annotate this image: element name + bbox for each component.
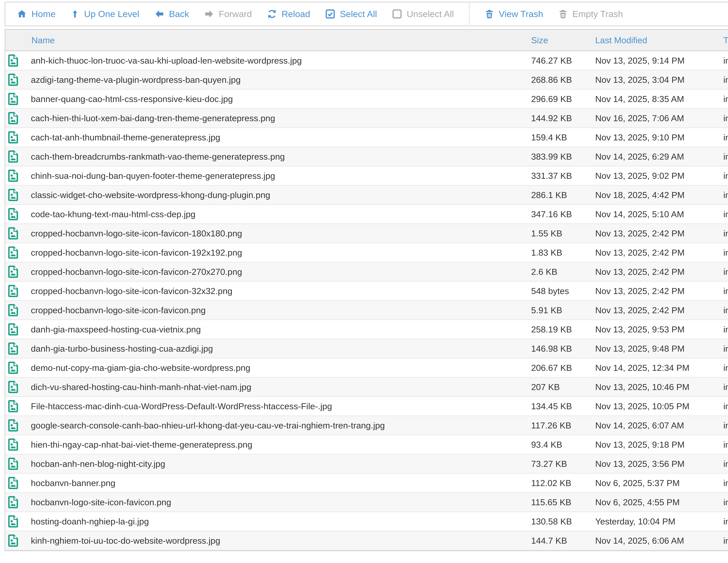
- column-header-type[interactable]: Type: [723, 30, 728, 51]
- file-name[interactable]: google-search-console-canh-bao-nhieu-url…: [31, 420, 385, 430]
- toolbar-label: View Trash: [499, 9, 543, 18]
- table-row[interactable]: danh-gia-turbo-business-hosting-cua-azdi…: [5, 339, 728, 358]
- image-file-icon: [8, 208, 18, 220]
- file-name[interactable]: cropped-hocbanvn-logo-site-icon-favicon.…: [31, 305, 206, 315]
- file-name[interactable]: cropped-hocbanvn-logo-site-icon-favicon-…: [31, 229, 242, 239]
- file-type: image/x-generic: [723, 167, 728, 186]
- file-type: image/x-generic: [723, 282, 728, 301]
- file-last-modified: Nov 13, 2025, 10:46 PM: [595, 378, 723, 397]
- column-header-last-modified[interactable]: Last Modified: [595, 30, 723, 51]
- file-name[interactable]: code-tao-khung-text-mau-html-css-dep.jpg: [31, 209, 195, 219]
- table-row[interactable]: hien-thi-ngay-cap-nhat-bai-viet-theme-ge…: [5, 435, 728, 454]
- file-size: 1.55 KB: [531, 224, 595, 243]
- file-name[interactable]: cach-tat-anh-thumbnail-theme-generatepre…: [31, 132, 220, 143]
- toolbar-label: Unselect All: [407, 9, 454, 18]
- file-type: image/x-generic: [723, 339, 728, 358]
- table-row[interactable]: File-htaccess-mac-dinh-cua-WordPress-Def…: [5, 397, 728, 416]
- table-row[interactable]: cropped-hocbanvn-logo-site-icon-favicon-…: [5, 224, 728, 243]
- file-type: image/x-generic: [723, 435, 728, 454]
- select-all-button[interactable]: Select All: [325, 9, 377, 19]
- file-name[interactable]: azdigi-tang-theme-va-plugin-wordpress-ba…: [31, 75, 241, 85]
- file-type: image/x-generic: [723, 147, 728, 167]
- table-row[interactable]: google-search-console-canh-bao-nhieu-url…: [5, 416, 728, 435]
- table-row[interactable]: danh-gia-maxspeed-hosting-cua-vietnix.pn…: [5, 320, 728, 339]
- file-name[interactable]: dich-vu-shared-hosting-cau-hinh-manh-nha…: [31, 382, 251, 392]
- file-name[interactable]: danh-gia-turbo-business-hosting-cua-azdi…: [31, 343, 213, 354]
- empty-trash-button[interactable]: Empty Trash: [558, 9, 623, 19]
- toolbar-divider: [469, 3, 470, 24]
- arrow-right-icon: [204, 9, 214, 19]
- file-name[interactable]: banner-quang-cao-html-css-responsive-kie…: [31, 94, 233, 104]
- file-name[interactable]: cach-hien-thi-luot-xem-bai-dang-tren-the…: [31, 113, 275, 123]
- table-row[interactable]: dich-vu-shared-hosting-cau-hinh-manh-nha…: [5, 378, 728, 397]
- file-size: 144.92 KB: [531, 109, 595, 128]
- image-file-icon: [8, 74, 18, 86]
- home-button[interactable]: Home: [17, 9, 55, 19]
- table-row[interactable]: cropped-hocbanvn-logo-site-icon-favicon-…: [5, 282, 728, 301]
- file-last-modified: Yesterday, 10:04 PM: [595, 512, 723, 531]
- file-name[interactable]: hien-thi-ngay-cap-nhat-bai-viet-theme-ge…: [31, 440, 252, 450]
- file-name[interactable]: demo-nut-copy-ma-giam-gia-cho-website-wo…: [31, 363, 250, 373]
- file-size: 268.86 KB: [531, 70, 595, 90]
- image-file-icon: [8, 54, 18, 67]
- table-row[interactable]: classic-widget-cho-website-wordpress-kho…: [5, 186, 728, 205]
- table-row[interactable]: chinh-sua-noi-dung-ban-quyen-footer-them…: [5, 167, 728, 186]
- table-row[interactable]: cach-them-breadcrumbs-rankmath-vao-theme…: [5, 147, 728, 167]
- file-last-modified: Nov 14, 2025, 6:06 AM: [595, 531, 723, 550]
- file-name[interactable]: cropped-hocbanvn-logo-site-icon-favicon-…: [31, 267, 242, 277]
- file-name[interactable]: hosting-doanh-nghiep-la-gi.jpg: [31, 516, 149, 526]
- table-row[interactable]: code-tao-khung-text-mau-html-css-dep.jpg…: [5, 205, 728, 224]
- file-size: 115.65 KB: [531, 493, 595, 512]
- image-file-icon: [8, 362, 18, 374]
- file-name[interactable]: anh-kich-thuoc-lon-truoc-va-sau-khi-uplo…: [31, 56, 302, 66]
- table-row[interactable]: hocbanvn-banner.png 112.02 KB Nov 6, 202…: [5, 474, 728, 493]
- toolbar: Home Up One Level Back Forward Reload Se…: [5, 2, 728, 26]
- table-row[interactable]: hosting-doanh-nghiep-la-gi.jpg 130.58 KB…: [5, 512, 728, 531]
- table-row[interactable]: anh-kich-thuoc-lon-truoc-va-sau-khi-uplo…: [5, 51, 728, 70]
- column-header-size[interactable]: Size: [531, 30, 595, 51]
- file-type: image/x-generic: [723, 301, 728, 320]
- file-name[interactable]: cropped-hocbanvn-logo-site-icon-favicon-…: [31, 286, 232, 296]
- file-name[interactable]: File-htaccess-mac-dinh-cua-WordPress-Def…: [31, 401, 332, 411]
- table-row[interactable]: hocbanvn-logo-site-icon-favicon.png 115.…: [5, 493, 728, 512]
- file-name[interactable]: cropped-hocbanvn-logo-site-icon-favicon-…: [31, 248, 242, 258]
- table-row[interactable]: azdigi-tang-theme-va-plugin-wordpress-ba…: [5, 70, 728, 90]
- refresh-icon: [267, 9, 277, 19]
- file-name[interactable]: classic-widget-cho-website-wordpress-kho…: [31, 190, 270, 200]
- file-type: image/x-generic: [723, 128, 728, 147]
- table-row[interactable]: cropped-hocbanvn-logo-site-icon-favicon-…: [5, 263, 728, 282]
- column-header-name[interactable]: Name: [5, 30, 531, 51]
- forward-button[interactable]: Forward: [204, 9, 252, 19]
- file-size: 548 bytes: [531, 282, 595, 301]
- image-file-icon: [8, 400, 18, 412]
- home-icon: [17, 9, 27, 19]
- unselect-all-button[interactable]: Unselect All: [392, 9, 454, 19]
- up-one-level-button[interactable]: Up One Level: [71, 9, 139, 19]
- file-size: 746.27 KB: [531, 51, 595, 70]
- file-name[interactable]: cach-them-breadcrumbs-rankmath-vao-theme…: [31, 152, 285, 162]
- table-row[interactable]: cropped-hocbanvn-logo-site-icon-favicon-…: [5, 243, 728, 263]
- file-name[interactable]: hocbanvn-banner.png: [31, 478, 115, 488]
- file-name[interactable]: kinh-nghiem-toi-uu-toc-do-website-wordpr…: [31, 536, 220, 546]
- file-name[interactable]: danh-gia-maxspeed-hosting-cua-vietnix.pn…: [31, 324, 201, 334]
- file-last-modified: Nov 18, 2025, 4:42 PM: [595, 186, 723, 205]
- file-type: image/x-generic: [723, 378, 728, 397]
- file-name[interactable]: chinh-sua-noi-dung-ban-quyen-footer-them…: [31, 171, 275, 181]
- trash-icon: [558, 9, 568, 19]
- table-row[interactable]: cach-tat-anh-thumbnail-theme-generatepre…: [5, 128, 728, 147]
- file-size: 206.67 KB: [531, 358, 595, 378]
- table-row[interactable]: hocban-anh-nen-blog-night-city.jpg 73.27…: [5, 454, 728, 474]
- file-type: image/x-generic: [723, 263, 728, 282]
- file-name[interactable]: hocban-anh-nen-blog-night-city.jpg: [31, 459, 165, 469]
- reload-button[interactable]: Reload: [267, 9, 310, 19]
- table-row[interactable]: cropped-hocbanvn-logo-site-icon-favicon.…: [5, 301, 728, 320]
- file-name[interactable]: hocbanvn-logo-site-icon-favicon.png: [31, 497, 171, 507]
- file-last-modified: Nov 13, 2025, 9:18 PM: [595, 435, 723, 454]
- file-size: 146.98 KB: [531, 339, 595, 358]
- table-row[interactable]: banner-quang-cao-html-css-responsive-kie…: [5, 90, 728, 109]
- table-row[interactable]: kinh-nghiem-toi-uu-toc-do-website-wordpr…: [5, 531, 728, 550]
- back-button[interactable]: Back: [154, 9, 189, 19]
- table-row[interactable]: demo-nut-copy-ma-giam-gia-cho-website-wo…: [5, 358, 728, 378]
- view-trash-button[interactable]: View Trash: [485, 9, 543, 19]
- table-row[interactable]: cach-hien-thi-luot-xem-bai-dang-tren-the…: [5, 109, 728, 128]
